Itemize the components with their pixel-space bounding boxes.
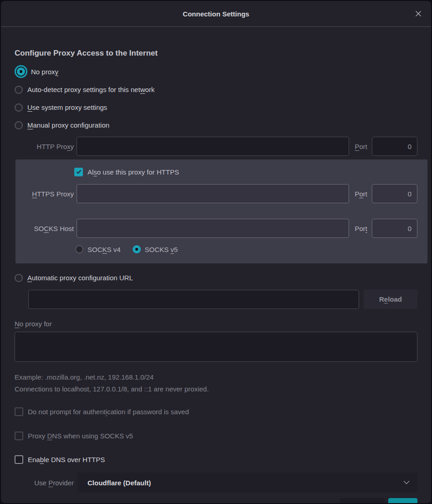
radio-icon [15, 86, 23, 94]
provider-dropdown-value: Cloudflare (Default) [87, 479, 403, 487]
https-proxy-label: HTTPS Proxy [26, 190, 74, 198]
dialog-body: Configure Proxy Access to the Internet N… [1, 27, 431, 503]
radio-use-system[interactable]: Use system proxy settings [15, 101, 417, 113]
no-prompt-auth-checkbox-row: Do not prompt for authentication if pass… [15, 406, 417, 417]
radio-icon [15, 121, 23, 129]
ok-button[interactable]: OK [388, 498, 417, 503]
localhost-note-text: Connections to localhost, 127.0.0.1/8, a… [15, 385, 417, 393]
no-prompt-auth-label: Do not prompt for authentication if pass… [28, 408, 189, 416]
no-proxy-for-label: No proxy for [15, 320, 417, 328]
socks-port-input [372, 219, 417, 238]
socks-host-label: SOCKS Host [26, 225, 74, 232]
radio-auto-detect[interactable]: Auto-detect proxy settings for this netw… [15, 83, 417, 96]
https-proxy-row: HTTPS Proxy Port [26, 184, 417, 203]
socks-version-row: SOCKS v4 SOCKS v5 [75, 245, 417, 253]
connection-settings-dialog: Connection Settings Configure Proxy Acce… [1, 1, 431, 503]
enable-doh-label: Enable DNS over HTTPS [28, 456, 105, 463]
socks-v4-label[interactable]: SOCKS v4 [87, 246, 121, 253]
checkmark-icon [76, 169, 82, 175]
https-port-label: Port [355, 190, 367, 198]
http-port-label: Port [355, 143, 367, 150]
unchecked-checkbox-icon [15, 432, 23, 440]
no-proxy-for-textarea[interactable] [15, 332, 417, 362]
unchecked-checkbox-icon [15, 407, 23, 416]
also-use-https-label: Also use this proxy for HTTPS [87, 168, 179, 176]
radio-no-proxy-label: No proxy [31, 68, 58, 76]
enable-doh-checkbox-row[interactable]: Enable DNS over HTTPS [15, 453, 417, 465]
http-proxy-row: HTTP Proxy Port [26, 137, 417, 156]
socks-v4-radio[interactable] [75, 245, 83, 253]
https-socks-highlight-section: Also use this proxy for HTTPS HTTPS Prox… [15, 159, 427, 263]
chevron-down-icon [403, 480, 410, 485]
no-proxy-example-text: Example: .mozilla.org, .net.nz, 192.168.… [15, 373, 417, 381]
close-button[interactable] [412, 7, 425, 20]
auto-proxy-url-row: Reload [28, 289, 417, 309]
page-title: Configure Proxy Access to the Internet [15, 49, 417, 58]
radio-icon [15, 103, 23, 112]
http-port-input [372, 137, 417, 156]
proxy-dns-socks5-label: Proxy DNS when using SOCKS v5 [28, 432, 133, 440]
socks-port-label: Port [355, 225, 367, 232]
https-port-input [372, 184, 417, 203]
https-proxy-input [77, 184, 349, 203]
radio-icon [17, 67, 25, 76]
radio-auto-proxy-url-label: Automatic proxy configuration URL [27, 274, 133, 282]
radio-manual-proxy[interactable]: Manual proxy configuration [15, 119, 417, 131]
radio-no-proxy[interactable]: No proxy [15, 65, 417, 78]
http-proxy-label: HTTP Proxy [26, 143, 74, 150]
checked-checkbox-icon [74, 168, 83, 176]
radio-auto-detect-label: Auto-detect proxy settings for this netw… [27, 86, 154, 93]
socks-v5-label[interactable]: SOCKS v5 [145, 246, 178, 253]
dialog-footer: Cancel OK [15, 498, 417, 503]
reload-button: Reload [364, 289, 417, 309]
also-use-https-checkbox-row[interactable]: Also use this proxy for HTTPS [74, 166, 417, 178]
http-proxy-input [77, 137, 349, 156]
auto-proxy-url-input [28, 290, 359, 309]
dialog-title: Connection Settings [183, 10, 249, 18]
unchecked-checkbox-icon [15, 455, 23, 464]
socks-v5-radio[interactable] [133, 245, 141, 253]
doh-provider-row: Use Provider Cloudflare (Default) [26, 473, 417, 493]
radio-auto-proxy-url[interactable]: Automatic proxy configuration URL [15, 272, 417, 284]
proxy-dns-socks5-checkbox-row: Proxy DNS when using SOCKS v5 [15, 430, 417, 442]
radio-manual-proxy-label: Manual proxy configuration [27, 121, 109, 129]
options-checkbox-stack: Do not prompt for authentication if pass… [15, 406, 417, 465]
dialog-titlebar: Connection Settings [1, 1, 431, 27]
use-provider-label: Use Provider [26, 479, 74, 487]
provider-dropdown[interactable]: Cloudflare (Default) [77, 473, 417, 493]
radio-use-system-label: Use system proxy settings [27, 103, 107, 111]
close-icon [415, 10, 422, 17]
socks-host-input [77, 219, 349, 238]
cancel-button[interactable]: Cancel [340, 498, 385, 503]
socks-host-row: SOCKS Host Port [26, 219, 417, 238]
radio-icon [15, 274, 23, 282]
